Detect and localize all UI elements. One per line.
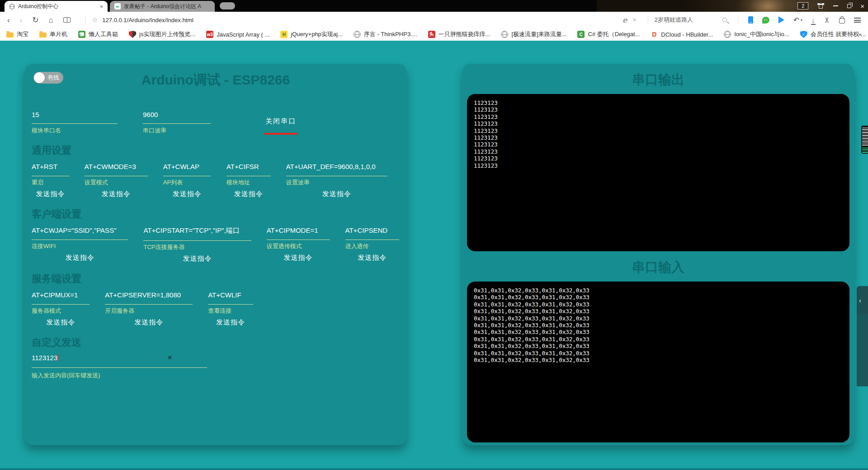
serial-input-title: 串口输入	[462, 258, 854, 277]
baud-rate-field[interactable]: 9600 串口波率	[118, 111, 211, 135]
mobile-sync-icon[interactable]	[748, 16, 753, 24]
shopping-bag-icon[interactable]	[839, 18, 845, 24]
section-title: 服务端设置	[24, 272, 407, 286]
video-icon[interactable]	[778, 16, 784, 24]
command-input[interactable]: AT+CIFSR	[226, 163, 271, 176]
bookmark-item[interactable]: 淘宝	[6, 30, 28, 38]
command-input[interactable]: AT+CIPMUX=1	[32, 291, 90, 305]
send-command-button[interactable]: 发送指令	[143, 254, 251, 263]
download-icon[interactable]: ↓	[811, 17, 815, 24]
skin-theme-icon[interactable]	[817, 3, 824, 9]
command-input[interactable]: AT+CIPSEND	[345, 226, 400, 240]
bookmark-label: C# 委托（Delegat...	[588, 30, 640, 38]
search-box[interactable]: e > 2岁萌娃追路人 ↶ ▾ ↓ ✂	[623, 15, 861, 24]
command-input[interactable]: AT+CIPMODE=1	[267, 226, 330, 240]
notification-badge[interactable]: 2	[797, 2, 808, 9]
engine-arrow-icon[interactable]: >	[633, 17, 636, 23]
send-command-button[interactable]: 发送指令	[163, 190, 211, 198]
menu-icon[interactable]	[854, 18, 861, 23]
bookmark-item[interactable]: 序言 - ThinkPHP3....	[354, 30, 417, 38]
search-input[interactable]: 2岁萌娃追路人	[655, 16, 722, 24]
send-command-button[interactable]: 发送指令	[32, 190, 69, 198]
send-command-button[interactable]: 发送指令	[105, 318, 193, 327]
tab-title: 发表帖子 - Arduino综合讨论区 A	[124, 3, 210, 10]
panel-header: 有线 Arduino调试 - ESP8266	[24, 69, 407, 91]
maximize-button[interactable]	[847, 4, 851, 8]
tab-close-icon[interactable]: ×	[99, 3, 103, 10]
bookmark-label: [极速流量]来路流量...	[511, 30, 566, 38]
panel-collapse-handle[interactable]: ‹	[857, 286, 868, 314]
forward-button[interactable]: ›	[20, 16, 23, 24]
bookmark-item[interactable]: 头 一只胖熊猫挠痒痒...	[428, 30, 491, 38]
home-button[interactable]: ⌂	[49, 16, 53, 24]
send-command-button[interactable]: 发送指令	[32, 254, 128, 262]
command-input[interactable]: AT+CWMODE=3	[85, 163, 148, 176]
command-label: 模块地址	[226, 179, 271, 187]
command-input[interactable]: AT+CWJAP="SSID","PASS"	[32, 226, 128, 240]
bookmark-icon	[6, 33, 14, 38]
ie-engine-icon[interactable]: e	[623, 15, 627, 24]
command-input[interactable]: AT+RST	[32, 163, 69, 176]
divider	[738, 16, 738, 24]
bookmark-item[interactable]: 单片机	[39, 30, 67, 38]
send-command-button[interactable]: 发送指令	[32, 318, 90, 327]
wired-toggle[interactable]: 有线	[33, 72, 63, 84]
bookmark-item[interactable]: 会员任性 就要特权-...	[800, 30, 866, 38]
custom-send-value: 1123123	[32, 354, 57, 362]
command-section: 通用设置 AT+RST 重启 发送指令 A	[24, 144, 407, 198]
command-input[interactable]: AT+UART_DEF=9600,8,1,0,0	[286, 163, 387, 176]
send-command-button[interactable]: 发送指令	[345, 254, 400, 262]
bookmark-item[interactable]: Ionic_中国ionic与io...	[724, 30, 789, 38]
close-serial-button[interactable]: 关闭串口	[264, 117, 297, 135]
command-row: AT+CWJAP="SSID","PASS" 连接WIFI 发送指令 AT+CI…	[24, 226, 407, 263]
command-input[interactable]: AT+CIPSERVER=1,8080	[105, 291, 193, 305]
tab-forum[interactable]: ∞ 发表帖子 - Arduino综合讨论区 A	[110, 1, 215, 12]
bookmark-icon: H	[280, 31, 288, 38]
undo-button[interactable]: ↶ ▾	[793, 16, 802, 24]
serial-input-terminal[interactable]: 0x31,0x31,0x32,0x33,0x31,0x32,0x330x31,0…	[467, 282, 849, 442]
custom-send-input[interactable]: 1123123 ×	[32, 354, 207, 368]
command-section: 客户端设置 AT+CWJAP="SSID","PASS" 连接WIFI 发送指令	[24, 207, 407, 263]
send-command-button[interactable]: 发送指令	[267, 254, 330, 262]
wechat-icon[interactable]	[762, 17, 769, 24]
baud-rate-label: 串口波率	[143, 127, 211, 135]
command-cell: AT+CIPMUX=1 服务器模式 发送指令	[32, 291, 90, 327]
reading-mode-icon[interactable]	[63, 17, 71, 23]
bookmark-item[interactable]: H jQuery+php实现aj...	[280, 30, 343, 38]
window-bottom-edge	[0, 468, 868, 470]
back-button[interactable]: ‹	[7, 16, 10, 24]
send-command-button[interactable]: 发送指令	[226, 190, 271, 198]
page-content: 有线 Arduino调试 - ESP8266 15 模块串口名 9600 串口波…	[0, 41, 868, 470]
send-command-button[interactable]: 发送指令	[85, 190, 148, 198]
send-command-button[interactable]: 发送指令	[208, 318, 253, 327]
baud-rate-input[interactable]: 9600	[143, 111, 211, 124]
screenshot-scissors-icon[interactable]: ✂	[823, 17, 830, 23]
url-text[interactable]: 127.0.0.1/Arduino/Index/Index.html	[102, 17, 193, 24]
minimize-button[interactable]	[833, 5, 838, 6]
bookmarks-overflow-icon[interactable]: »	[858, 31, 862, 38]
bookmark-item[interactable]: [极速流量]来路流量...	[501, 30, 566, 38]
serial-output-terminal[interactable]: 1123123112312311231231123123112312311231…	[467, 94, 849, 251]
send-command-button[interactable]: 发送指令	[286, 190, 387, 198]
command-label: 连接WIFI	[32, 242, 128, 250]
new-tab-button[interactable]	[220, 2, 235, 9]
bookmark-item[interactable]: D DCloud - HBuilder...	[651, 31, 713, 38]
bookmark-item[interactable]: C C# 委托（Delegat...	[577, 30, 640, 38]
divider	[85, 16, 85, 24]
bookmark-icon	[129, 31, 136, 38]
bookmark-item[interactable]: 懒 懒人工具箱	[78, 30, 118, 38]
port-name-input[interactable]: 15	[32, 111, 118, 124]
clear-input-icon[interactable]: ×	[168, 353, 172, 361]
command-input[interactable]: AT+CIPSTART="TCP","IP",端口	[143, 226, 251, 241]
bookmark-item[interactable]: w3 JavaScript Array ( ...	[206, 31, 269, 38]
sidebar-handle-widget[interactable]	[861, 126, 868, 154]
refresh-button[interactable]: ↻	[32, 16, 38, 24]
port-name-field[interactable]: 15 模块串口名	[32, 111, 118, 135]
command-input[interactable]: AT+CWLIF	[208, 291, 253, 305]
tab-arduino-control[interactable]: Arduino控制中心 ×	[5, 1, 108, 12]
close-button[interactable]: ×	[860, 3, 864, 9]
bookmark-item[interactable]: js实现图片上传预览...	[129, 30, 195, 38]
bookmark-star-icon[interactable]: ☆	[92, 16, 98, 24]
command-input[interactable]: AT+CWLAP	[163, 163, 211, 176]
search-icon[interactable]	[722, 18, 727, 22]
